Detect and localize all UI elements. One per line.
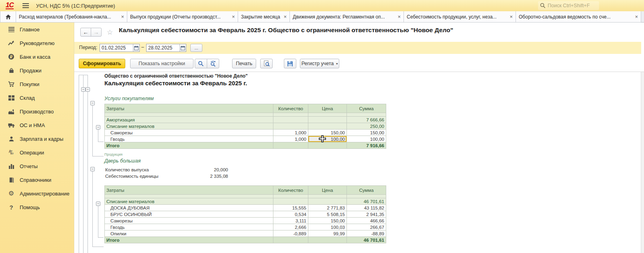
show-settings-button[interactable]: Показать настройки bbox=[130, 59, 194, 68]
tab-zakrytie-mesyaca[interactable]: Закрытие месяца × bbox=[238, 11, 290, 23]
period-label: Период: bbox=[79, 45, 97, 50]
print-preview-icon bbox=[263, 60, 270, 67]
selected-cell[interactable]: 100,00 bbox=[308, 136, 347, 142]
sidebar-item-pomosch[interactable]: ? Помощь bbox=[0, 200, 74, 214]
tab-vypusk-produkcii[interactable]: Выпуск продукции (Отчеты производст... × bbox=[127, 11, 238, 23]
cost-table-services: Затраты Количество Цена Сумма Амортизаци… bbox=[104, 104, 386, 149]
trend-chart-icon bbox=[7, 40, 15, 46]
sidebar-item-glavnoe[interactable]: Главное bbox=[0, 23, 74, 36]
close-icon[interactable]: × bbox=[121, 14, 124, 19]
table-header-row: Затраты Количество Цена Сумма bbox=[105, 104, 386, 113]
tab-dvizheniya-dokumenta[interactable]: Движения документа: Регламентная оп... × bbox=[289, 11, 404, 23]
cart-icon bbox=[7, 81, 15, 87]
collapse-group-button[interactable]: − bbox=[96, 202, 100, 206]
close-icon[interactable]: × bbox=[283, 14, 287, 19]
app-title: УСН, НДС 5% (1С:Предприятие) bbox=[36, 3, 115, 9]
period-more-button[interactable]: ... bbox=[190, 44, 202, 52]
ruble-circle-icon: ₽ bbox=[7, 53, 15, 60]
sidebar-item-spravochniki[interactable]: Справочники bbox=[0, 173, 74, 187]
stat-value[interactable]: 2 335,08 bbox=[184, 174, 228, 179]
sidebar-item-bank-i-kassa[interactable]: ₽ Банк и касса bbox=[0, 50, 74, 64]
sidebar-item-zarplata-i-kadry[interactable]: Зарплата и кадры bbox=[0, 132, 74, 146]
close-icon[interactable]: × bbox=[635, 14, 638, 19]
period-from-input[interactable] bbox=[100, 44, 133, 51]
report-company: Общество с ограниченной ответственностью… bbox=[104, 73, 248, 79]
table-row: Гвоздь 1,000 100,00 100,00 bbox=[105, 136, 386, 142]
sidebar-item-pokupki[interactable]: Покупки bbox=[0, 77, 74, 91]
sidebar-item-rukovoditelyu[interactable]: Руководителю bbox=[0, 36, 74, 50]
table-row: Саморезы 3,111 150,00 466,66 bbox=[105, 218, 386, 224]
tree-line bbox=[83, 75, 84, 253]
sections-panel: Главное Руководителю ₽ Банк и касса Прод… bbox=[0, 23, 74, 253]
total-row: Итого 46 701,61 bbox=[105, 237, 386, 243]
sidebar-item-prodazhi[interactable]: Продажи bbox=[0, 64, 74, 77]
tab-sebestoimost-produkcii[interactable]: Себестоимость продукции, услуг, неза... … bbox=[404, 11, 516, 23]
toolbar-separator bbox=[74, 72, 644, 72]
table-row: ДОСКА ДУБОВАЯ 15,555 2 771,83 43 115,82 bbox=[105, 205, 386, 211]
truck-icon bbox=[7, 122, 15, 128]
tab-raskhod-materialov[interactable]: Расход материалов (Требования-накла... × bbox=[16, 11, 127, 23]
title-bar: 1С УСН, НДС 5% (1С:Предприятие) bbox=[0, 0, 644, 11]
tab-oborotno-saldovaya[interactable]: Оборотно-сальдовая ведомость по сче... × bbox=[516, 11, 641, 23]
tree-line bbox=[88, 75, 88, 253]
spacer-row bbox=[105, 113, 386, 117]
gear-icon: ⚙ bbox=[7, 190, 15, 197]
sidebar-item-os-i-nma[interactable]: ОС и НМА bbox=[0, 118, 74, 132]
save-button[interactable] bbox=[284, 59, 296, 68]
sidebar-item-proizvodstvo[interactable]: Производство bbox=[0, 105, 74, 118]
global-search[interactable] bbox=[538, 1, 599, 10]
period-from-field bbox=[100, 44, 140, 52]
tree-line bbox=[98, 206, 98, 237]
tree-line bbox=[92, 156, 104, 156]
register-menu-button[interactable]: Регистр учета ▾ bbox=[300, 59, 339, 68]
print-button[interactable]: Печать bbox=[232, 59, 256, 68]
sidebar-item-operacii[interactable]: Дт Кт Операции bbox=[0, 146, 74, 159]
report-title: Калькуляция себестоимости за Февраль 202… bbox=[104, 80, 247, 86]
crosshair-cursor-icon bbox=[319, 135, 326, 142]
menu-lines-icon bbox=[7, 27, 15, 32]
period-to-input[interactable] bbox=[147, 44, 179, 51]
find-next-button[interactable] bbox=[207, 59, 219, 68]
collapse-group-button[interactable]: − bbox=[86, 87, 90, 92]
calendar-icon[interactable] bbox=[133, 44, 139, 51]
back-button[interactable]: ← bbox=[80, 28, 91, 37]
table-row: Опилки -0,889 99,99 -88,89 bbox=[105, 230, 386, 237]
search-icon bbox=[540, 3, 546, 8]
table-row: Гвоздь 2,666 100,03 266,67 bbox=[105, 224, 386, 230]
sidebar-item-administrirovanie[interactable]: ⚙ Администрирование bbox=[0, 187, 74, 200]
forward-button[interactable]: → bbox=[91, 28, 102, 37]
calendar-icon[interactable] bbox=[179, 44, 186, 51]
sidebar-item-otchety[interactable]: Отчеты bbox=[0, 159, 74, 173]
main-menu-icon[interactable] bbox=[22, 3, 29, 8]
stat-label: Количество выпуска bbox=[105, 167, 184, 172]
question-icon: ? bbox=[7, 204, 15, 211]
period-dash: – bbox=[141, 44, 144, 50]
collapse-group-button[interactable]: − bbox=[96, 125, 100, 130]
find-button[interactable] bbox=[195, 59, 207, 68]
tree-line bbox=[92, 247, 104, 247]
collapse-group-button[interactable]: − bbox=[90, 167, 95, 171]
section1-group-label: Услуги покупателям bbox=[104, 96, 154, 101]
stat-row: Количество выпуска 20,000 bbox=[105, 167, 228, 172]
preview-button[interactable] bbox=[260, 59, 273, 68]
stat-row: Себестоимость единицы 2 335,08 bbox=[105, 174, 228, 179]
tree-line bbox=[92, 171, 93, 247]
close-icon[interactable]: × bbox=[397, 14, 401, 19]
table-row: Амортизация 7 666,66 bbox=[105, 117, 386, 123]
spacer-row bbox=[105, 195, 386, 198]
collapse-group-button[interactable]: − bbox=[90, 101, 95, 105]
sidebar-item-sklad[interactable]: Склад bbox=[0, 91, 74, 105]
close-icon[interactable]: × bbox=[509, 14, 513, 19]
collapse-group-button[interactable]: − bbox=[81, 87, 86, 92]
search-input[interactable] bbox=[547, 2, 597, 9]
home-icon bbox=[5, 14, 11, 20]
tab-home[interactable] bbox=[0, 11, 16, 23]
svg-text:₽: ₽ bbox=[10, 55, 13, 59]
generate-button[interactable]: Сформировать bbox=[79, 59, 125, 68]
stat-value[interactable]: 20,000 bbox=[184, 167, 228, 172]
debit-credit-icon: Дт Кт bbox=[7, 150, 15, 155]
close-icon[interactable]: × bbox=[232, 14, 235, 19]
vertical-scrollbar[interactable] bbox=[641, 72, 644, 253]
person-icon bbox=[7, 136, 15, 142]
favorite-star-icon[interactable]: ☆ bbox=[107, 28, 113, 37]
